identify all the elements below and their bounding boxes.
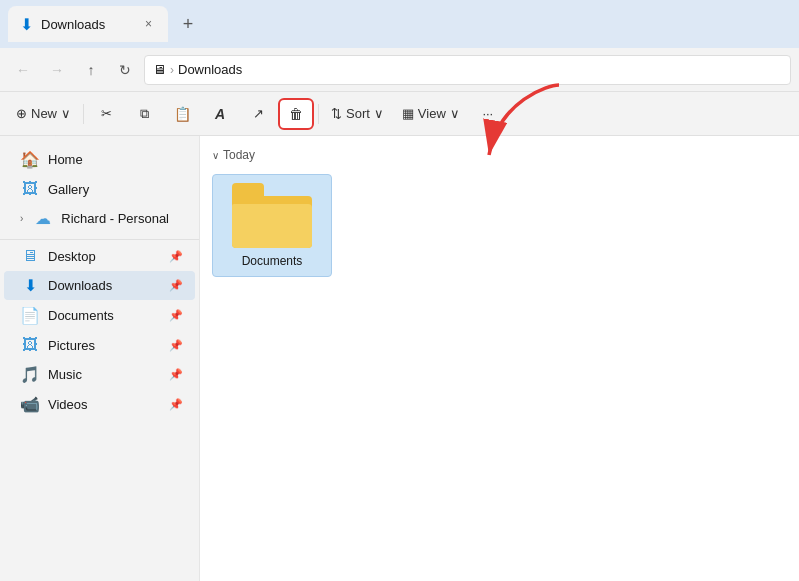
- section-chevron-icon: ∨: [212, 150, 219, 161]
- files-grid: Documents: [212, 174, 787, 277]
- delete-icon: 🗑: [289, 106, 303, 122]
- nav-bar: ← → ↑ ↻ 🖥 › Downloads: [0, 48, 799, 92]
- downloads-tab-icon: ⬇: [20, 15, 33, 34]
- paste-icon: 📋: [174, 106, 191, 122]
- breadcrumb-separator: ›: [170, 63, 174, 77]
- more-button[interactable]: ···: [470, 98, 506, 130]
- paste-button[interactable]: 📋: [164, 98, 200, 130]
- folder-tab: [232, 183, 264, 197]
- folder-icon: [232, 183, 312, 248]
- toolbar-separator-1: [83, 104, 84, 124]
- sidebar-item-documents-label: Documents: [48, 308, 114, 323]
- file-item-documents[interactable]: Documents: [212, 174, 332, 277]
- rename-button[interactable]: A: [202, 98, 238, 130]
- expand-icon: ›: [20, 213, 23, 224]
- cut-button[interactable]: ✂: [88, 98, 124, 130]
- toolbar: ⊕ New ∨ ✂ ⧉ 📋 A ↗ 🗑 ⇅ Sort ∨ ▦ View ∨ ··…: [0, 92, 799, 136]
- pin-icon-desktop: 📌: [169, 250, 183, 263]
- videos-icon: 📹: [20, 395, 40, 414]
- view-label: View: [418, 106, 446, 121]
- forward-icon: →: [50, 62, 64, 78]
- toolbar-separator-2: [318, 104, 319, 124]
- music-icon: 🎵: [20, 365, 40, 384]
- copy-button[interactable]: ⧉: [126, 98, 162, 130]
- sidebar-item-music-label: Music: [48, 367, 82, 382]
- pin-icon-documents: 📌: [169, 309, 183, 322]
- cut-icon: ✂: [101, 106, 112, 121]
- sidebar-item-desktop[interactable]: 🖥 Desktop 📌: [4, 242, 195, 270]
- onedrive-icon: ☁: [33, 209, 53, 228]
- sort-chevron-icon: ∨: [374, 106, 384, 121]
- sidebar-item-richard-personal[interactable]: › ☁ Richard - Personal: [4, 204, 195, 233]
- new-button[interactable]: ⊕ New ∨: [8, 98, 79, 130]
- up-icon: ↑: [88, 62, 95, 78]
- view-button[interactable]: ▦ View ∨: [394, 98, 468, 130]
- sidebar-item-videos-label: Videos: [48, 397, 88, 412]
- tab-title: Downloads: [41, 17, 133, 32]
- tab-close-button[interactable]: ×: [141, 15, 156, 33]
- documents-icon: 📄: [20, 306, 40, 325]
- pin-icon-videos: 📌: [169, 398, 183, 411]
- sort-icon: ⇅: [331, 106, 342, 121]
- new-plus-icon: ⊕: [16, 106, 27, 121]
- section-label: ∨ Today: [212, 144, 787, 166]
- new-tab-button[interactable]: +: [172, 8, 204, 40]
- file-name-documents: Documents: [242, 254, 303, 268]
- computer-icon: 🖥: [153, 62, 166, 77]
- main-content: 🏠 Home 🖼 Gallery › ☁ Richard - Personal …: [0, 136, 799, 581]
- active-tab[interactable]: ⬇ Downloads ×: [8, 6, 168, 42]
- refresh-icon: ↻: [119, 62, 131, 78]
- gallery-icon: 🖼: [20, 180, 40, 198]
- sort-label: Sort: [346, 106, 370, 121]
- home-icon: 🏠: [20, 150, 40, 169]
- downloads-icon: ⬇: [20, 276, 40, 295]
- title-bar: ⬇ Downloads × +: [0, 0, 799, 48]
- sidebar-item-videos[interactable]: 📹 Videos 📌: [4, 390, 195, 419]
- back-button[interactable]: ←: [8, 55, 38, 85]
- sidebar-item-gallery[interactable]: 🖼 Gallery: [4, 175, 195, 203]
- rename-icon: A: [215, 106, 225, 122]
- share-button[interactable]: ↗: [240, 98, 276, 130]
- forward-button[interactable]: →: [42, 55, 72, 85]
- pictures-icon: 🖼: [20, 336, 40, 354]
- up-button[interactable]: ↑: [76, 55, 106, 85]
- back-icon: ←: [16, 62, 30, 78]
- sidebar-item-downloads[interactable]: ⬇ Downloads 📌: [4, 271, 195, 300]
- view-icon: ▦: [402, 106, 414, 121]
- pin-icon-downloads: 📌: [169, 279, 183, 292]
- copy-icon: ⧉: [140, 106, 149, 122]
- sidebar: 🏠 Home 🖼 Gallery › ☁ Richard - Personal …: [0, 136, 200, 581]
- sidebar-item-music[interactable]: 🎵 Music 📌: [4, 360, 195, 389]
- sidebar-item-home[interactable]: 🏠 Home: [4, 145, 195, 174]
- sidebar-item-downloads-label: Downloads: [48, 278, 112, 293]
- more-icon: ···: [482, 106, 493, 121]
- new-chevron-icon: ∨: [61, 106, 71, 121]
- sort-button[interactable]: ⇅ Sort ∨: [323, 98, 392, 130]
- sidebar-item-documents[interactable]: 📄 Documents 📌: [4, 301, 195, 330]
- pin-icon-music: 📌: [169, 368, 183, 381]
- breadcrumb-text: Downloads: [178, 62, 242, 77]
- sidebar-item-home-label: Home: [48, 152, 83, 167]
- sidebar-item-desktop-label: Desktop: [48, 249, 96, 264]
- sidebar-item-richard-label: Richard - Personal: [61, 211, 169, 226]
- sidebar-item-gallery-label: Gallery: [48, 182, 89, 197]
- view-chevron-icon: ∨: [450, 106, 460, 121]
- new-label: New: [31, 106, 57, 121]
- pin-icon-pictures: 📌: [169, 339, 183, 352]
- section-label-text: Today: [223, 148, 255, 162]
- file-area: ∨ Today Documents: [200, 136, 799, 581]
- refresh-button[interactable]: ↻: [110, 55, 140, 85]
- breadcrumb-area[interactable]: 🖥 › Downloads: [144, 55, 791, 85]
- folder-front: [232, 204, 312, 248]
- sidebar-item-pictures[interactable]: 🖼 Pictures 📌: [4, 331, 195, 359]
- desktop-icon: 🖥: [20, 247, 40, 265]
- sidebar-item-pictures-label: Pictures: [48, 338, 95, 353]
- delete-button[interactable]: 🗑: [278, 98, 314, 130]
- share-icon: ↗: [253, 106, 264, 121]
